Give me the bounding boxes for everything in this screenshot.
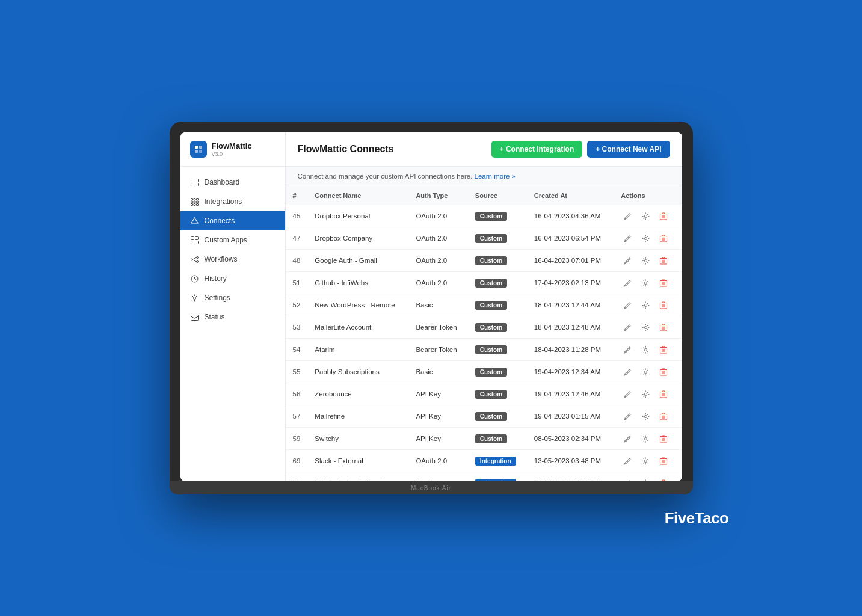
settings-button[interactable] [639, 321, 652, 334]
sidebar-label-custom-apps: Custom Apps [205, 236, 247, 244]
history-icon [190, 274, 200, 283]
logo-name: FlowMattic [212, 141, 252, 151]
table-container[interactable]: # Connect Name Auth Type Source Created … [286, 186, 682, 481]
source-badge: Custom [475, 412, 507, 421]
connect-new-api-button[interactable]: + Connect New API [587, 141, 670, 158]
actions-cell [621, 476, 674, 481]
logo-area: FlowMattic V3.0 [180, 132, 285, 167]
svg-rect-0 [195, 146, 198, 149]
delete-button[interactable] [657, 476, 670, 481]
sidebar-item-history[interactable]: History [180, 269, 285, 288]
actions-cell [621, 298, 674, 312]
connect-integration-button[interactable]: + Connect Integration [491, 141, 583, 158]
edit-button[interactable] [621, 387, 634, 401]
cell-auth: API Key [408, 405, 467, 428]
cell-created: 16-04-2023 07:01 PM [527, 250, 614, 272]
edit-button[interactable] [621, 343, 634, 356]
delete-button[interactable] [657, 410, 670, 423]
svg-point-70 [644, 393, 647, 395]
delete-button[interactable] [657, 321, 670, 334]
learn-more-link[interactable]: Learn more » [475, 173, 516, 180]
delete-button[interactable] [657, 298, 670, 312]
table-row: 69 Slack - External OAuth 2.0 Integratio… [286, 450, 682, 472]
cell-num: 52 [286, 294, 308, 316]
actions-cell [621, 232, 674, 245]
source-badge: Custom [475, 434, 507, 443]
table-row: 57 Mailrefine API Key Custom 19-04-2023 … [286, 405, 682, 428]
delete-button[interactable] [657, 454, 670, 467]
settings-button[interactable] [639, 232, 652, 245]
settings-button[interactable] [639, 298, 652, 312]
settings-button[interactable] [639, 365, 652, 378]
settings-button[interactable] [639, 387, 652, 401]
svg-rect-9 [194, 198, 195, 200]
edit-button[interactable] [621, 454, 634, 467]
sidebar-label-status: Status [205, 313, 225, 321]
sidebar-item-workflows[interactable]: Workflows [180, 250, 285, 269]
delete-button[interactable] [657, 365, 670, 378]
settings-button[interactable] [639, 432, 652, 445]
cell-auth: Basic [408, 294, 467, 316]
cell-num: 69 [286, 450, 308, 472]
settings-button[interactable] [639, 343, 652, 356]
svg-rect-14 [191, 203, 193, 205]
svg-rect-18 [191, 236, 194, 239]
delete-button[interactable] [657, 276, 670, 289]
svg-rect-7 [195, 183, 199, 186]
table-body: 45 Dropbox Personal OAuth 2.0 Custom 16-… [286, 205, 682, 482]
workflows-icon [190, 254, 200, 264]
cell-num: 54 [286, 339, 308, 361]
svg-rect-2 [195, 150, 198, 153]
table-row: 52 New WordPress - Remote Basic Custom 1… [286, 294, 682, 316]
cell-source: Custom [468, 316, 527, 339]
edit-button[interactable] [621, 276, 634, 289]
settings-button[interactable] [639, 254, 652, 267]
cell-actions [614, 250, 682, 272]
svg-line-26 [193, 260, 197, 262]
delete-button[interactable] [657, 209, 670, 223]
settings-button[interactable] [639, 454, 652, 467]
settings-button[interactable] [639, 209, 652, 223]
delete-button[interactable] [657, 387, 670, 401]
cell-auth: API Key [408, 428, 467, 450]
svg-point-75 [644, 415, 647, 417]
actions-cell [621, 387, 674, 401]
edit-button[interactable] [621, 298, 634, 312]
svg-rect-15 [194, 203, 195, 205]
svg-point-85 [644, 460, 647, 462]
sidebar-item-connects[interactable]: Connects [180, 211, 285, 230]
svg-rect-1 [199, 146, 202, 149]
edit-button[interactable] [621, 321, 634, 334]
svg-rect-10 [197, 198, 199, 200]
laptop-base: MacBook Air [170, 481, 693, 494]
edit-button[interactable] [621, 432, 634, 445]
table-row: 51 Github - InfiWebs OAuth 2.0 Custom 17… [286, 272, 682, 294]
cell-num: 51 [286, 272, 308, 294]
laptop-screen: FlowMattic V3.0 Dashboard [180, 132, 682, 481]
header-actions: + Connect Integration + Connect New API [491, 141, 670, 158]
svg-rect-29 [191, 315, 199, 320]
svg-point-23 [197, 256, 199, 258]
cell-created: 16-04-2023 04:36 AM [527, 205, 614, 227]
sidebar-item-settings[interactable]: Settings [180, 288, 285, 307]
edit-button[interactable] [621, 254, 634, 267]
settings-button[interactable] [639, 410, 652, 423]
sidebar-item-custom-apps[interactable]: Custom Apps [180, 230, 285, 250]
cell-actions [614, 205, 682, 227]
sidebar-item-integrations[interactable]: Integrations [180, 192, 285, 211]
delete-button[interactable] [657, 232, 670, 245]
delete-button[interactable] [657, 343, 670, 356]
table-row: 54 Atarim Bearer Token Custom 18-04-2023… [286, 339, 682, 361]
edit-button[interactable] [621, 232, 634, 245]
edit-button[interactable] [621, 209, 634, 223]
cell-created: 18-04-2023 12:48 AM [527, 316, 614, 339]
sidebar-item-status[interactable]: Status [180, 307, 285, 327]
delete-button[interactable] [657, 254, 670, 267]
settings-button[interactable] [639, 276, 652, 289]
delete-button[interactable] [657, 432, 670, 445]
edit-button[interactable] [621, 476, 634, 481]
edit-button[interactable] [621, 365, 634, 378]
settings-button[interactable] [639, 476, 652, 481]
edit-button[interactable] [621, 410, 634, 423]
sidebar-item-dashboard[interactable]: Dashboard [180, 173, 285, 192]
